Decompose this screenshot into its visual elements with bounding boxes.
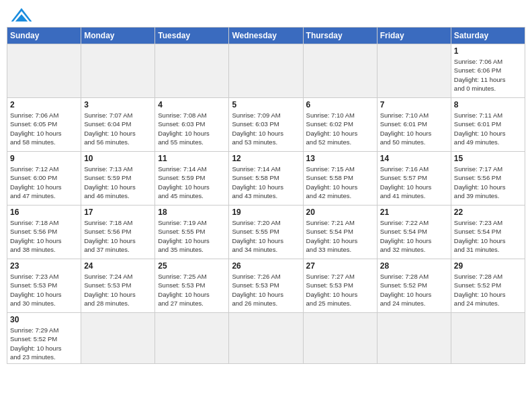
calendar-cell xyxy=(155,313,229,364)
calendar-cell xyxy=(81,313,155,364)
day-number: 19 xyxy=(232,208,300,217)
day-number: 11 xyxy=(158,154,226,163)
calendar-cell: 25Sunrise: 7:25 AM Sunset: 5:53 PM Dayli… xyxy=(155,259,229,313)
day-header-sunday: Sunday xyxy=(7,28,81,44)
week-row-4: 16Sunrise: 7:18 AM Sunset: 5:56 PM Dayli… xyxy=(7,205,525,259)
calendar-cell xyxy=(7,44,81,98)
calendar-cell: 15Sunrise: 7:17 AM Sunset: 5:56 PM Dayli… xyxy=(451,152,525,205)
day-number: 15 xyxy=(454,154,522,163)
week-row-5: 23Sunrise: 7:23 AM Sunset: 5:53 PM Dayli… xyxy=(7,259,525,313)
day-info: Sunrise: 7:23 AM Sunset: 5:54 PM Dayligh… xyxy=(454,218,522,254)
day-number: 25 xyxy=(158,261,226,271)
day-info: Sunrise: 7:06 AM Sunset: 6:06 PM Dayligh… xyxy=(454,57,522,93)
day-info: Sunrise: 7:13 AM Sunset: 5:59 PM Dayligh… xyxy=(84,165,152,200)
day-number: 23 xyxy=(10,261,78,271)
week-row-2: 2Sunrise: 7:06 AM Sunset: 6:05 PM Daylig… xyxy=(7,98,525,152)
calendar-cell xyxy=(377,313,451,364)
day-number: 27 xyxy=(306,261,374,271)
calendar-cell xyxy=(229,313,303,364)
day-header-saturday: Saturday xyxy=(451,28,525,44)
day-number: 3 xyxy=(84,100,152,109)
calendar-cell xyxy=(377,44,451,98)
calendar-cell: 17Sunrise: 7:18 AM Sunset: 5:56 PM Dayli… xyxy=(81,205,155,259)
day-info: Sunrise: 7:23 AM Sunset: 5:53 PM Dayligh… xyxy=(10,272,78,308)
calendar-cell xyxy=(81,44,155,98)
day-header-tuesday: Tuesday xyxy=(155,28,229,44)
calendar-cell: 16Sunrise: 7:18 AM Sunset: 5:56 PM Dayli… xyxy=(7,205,81,259)
week-row-3: 9Sunrise: 7:12 AM Sunset: 6:00 PM Daylig… xyxy=(7,152,525,205)
days-header-row: SundayMondayTuesdayWednesdayThursdayFrid… xyxy=(7,28,525,44)
calendar-cell: 7Sunrise: 7:10 AM Sunset: 6:01 PM Daylig… xyxy=(377,98,451,152)
day-number: 13 xyxy=(306,154,374,163)
day-number: 26 xyxy=(232,261,300,271)
day-number: 1 xyxy=(454,46,522,56)
calendar-cell: 9Sunrise: 7:12 AM Sunset: 6:00 PM Daylig… xyxy=(7,152,81,205)
day-number: 12 xyxy=(232,154,300,163)
day-info: Sunrise: 7:19 AM Sunset: 5:55 PM Dayligh… xyxy=(158,218,226,254)
day-number: 16 xyxy=(10,208,78,217)
day-number: 8 xyxy=(454,100,522,109)
day-info: Sunrise: 7:14 AM Sunset: 5:58 PM Dayligh… xyxy=(232,165,300,200)
calendar-cell: 1Sunrise: 7:06 AM Sunset: 6:06 PM Daylig… xyxy=(451,44,525,98)
day-number: 7 xyxy=(380,100,448,109)
calendar-cell: 23Sunrise: 7:23 AM Sunset: 5:53 PM Dayli… xyxy=(7,259,81,313)
day-info: Sunrise: 7:08 AM Sunset: 6:03 PM Dayligh… xyxy=(158,111,226,146)
day-header-wednesday: Wednesday xyxy=(229,28,303,44)
day-number: 24 xyxy=(84,261,152,271)
day-number: 30 xyxy=(10,315,78,324)
calendar-cell: 24Sunrise: 7:24 AM Sunset: 5:53 PM Dayli… xyxy=(81,259,155,313)
calendar-cell: 30Sunrise: 7:29 AM Sunset: 5:52 PM Dayli… xyxy=(7,313,81,364)
calendar-cell xyxy=(303,313,377,364)
day-number: 18 xyxy=(158,208,226,217)
calendar-cell: 14Sunrise: 7:16 AM Sunset: 5:57 PM Dayli… xyxy=(377,152,451,205)
calendar-cell xyxy=(303,44,377,98)
day-number: 2 xyxy=(10,100,78,109)
day-info: Sunrise: 7:09 AM Sunset: 6:03 PM Dayligh… xyxy=(232,111,300,146)
day-number: 28 xyxy=(380,261,448,271)
day-info: Sunrise: 7:16 AM Sunset: 5:57 PM Dayligh… xyxy=(380,165,448,200)
day-info: Sunrise: 7:07 AM Sunset: 6:04 PM Dayligh… xyxy=(84,111,152,146)
calendar-cell: 12Sunrise: 7:14 AM Sunset: 5:58 PM Dayli… xyxy=(229,152,303,205)
day-info: Sunrise: 7:22 AM Sunset: 5:54 PM Dayligh… xyxy=(380,218,448,254)
calendar-cell xyxy=(229,44,303,98)
page-header xyxy=(7,7,525,21)
day-info: Sunrise: 7:11 AM Sunset: 6:01 PM Dayligh… xyxy=(454,111,522,146)
day-number: 6 xyxy=(306,100,374,109)
calendar-cell: 28Sunrise: 7:28 AM Sunset: 5:52 PM Dayli… xyxy=(377,259,451,313)
day-info: Sunrise: 7:21 AM Sunset: 5:54 PM Dayligh… xyxy=(306,218,374,254)
day-info: Sunrise: 7:12 AM Sunset: 6:00 PM Dayligh… xyxy=(10,165,78,200)
day-number: 4 xyxy=(158,100,226,109)
day-number: 20 xyxy=(306,208,374,217)
day-number: 29 xyxy=(454,261,522,271)
calendar-cell: 11Sunrise: 7:14 AM Sunset: 5:59 PM Dayli… xyxy=(155,152,229,205)
day-header-thursday: Thursday xyxy=(303,28,377,44)
day-info: Sunrise: 7:28 AM Sunset: 5:52 PM Dayligh… xyxy=(454,272,522,308)
calendar-cell: 21Sunrise: 7:22 AM Sunset: 5:54 PM Dayli… xyxy=(377,205,451,259)
calendar-cell xyxy=(451,313,525,364)
week-row-6: 30Sunrise: 7:29 AM Sunset: 5:52 PM Dayli… xyxy=(7,313,525,364)
day-info: Sunrise: 7:24 AM Sunset: 5:53 PM Dayligh… xyxy=(84,272,152,308)
day-info: Sunrise: 7:27 AM Sunset: 5:53 PM Dayligh… xyxy=(306,272,374,308)
calendar-table: SundayMondayTuesdayWednesdayThursdayFrid… xyxy=(7,27,525,364)
calendar-cell: 13Sunrise: 7:15 AM Sunset: 5:58 PM Dayli… xyxy=(303,152,377,205)
day-info: Sunrise: 7:18 AM Sunset: 5:56 PM Dayligh… xyxy=(84,218,152,254)
day-number: 5 xyxy=(232,100,300,109)
calendar-cell: 20Sunrise: 7:21 AM Sunset: 5:54 PM Dayli… xyxy=(303,205,377,259)
day-header-friday: Friday xyxy=(377,28,451,44)
calendar-cell: 29Sunrise: 7:28 AM Sunset: 5:52 PM Dayli… xyxy=(451,259,525,313)
day-number: 9 xyxy=(10,154,78,163)
day-info: Sunrise: 7:17 AM Sunset: 5:56 PM Dayligh… xyxy=(454,165,522,200)
calendar-cell: 26Sunrise: 7:26 AM Sunset: 5:53 PM Dayli… xyxy=(229,259,303,313)
day-info: Sunrise: 7:26 AM Sunset: 5:53 PM Dayligh… xyxy=(232,272,300,308)
logo xyxy=(9,7,32,21)
day-number: 22 xyxy=(454,208,522,217)
day-info: Sunrise: 7:14 AM Sunset: 5:59 PM Dayligh… xyxy=(158,165,226,200)
calendar-cell: 8Sunrise: 7:11 AM Sunset: 6:01 PM Daylig… xyxy=(451,98,525,152)
calendar-cell: 27Sunrise: 7:27 AM Sunset: 5:53 PM Dayli… xyxy=(303,259,377,313)
day-info: Sunrise: 7:20 AM Sunset: 5:55 PM Dayligh… xyxy=(232,218,300,254)
day-number: 21 xyxy=(380,208,448,217)
day-info: Sunrise: 7:18 AM Sunset: 5:56 PM Dayligh… xyxy=(10,218,78,254)
day-header-monday: Monday xyxy=(81,28,155,44)
calendar-cell: 5Sunrise: 7:09 AM Sunset: 6:03 PM Daylig… xyxy=(229,98,303,152)
day-info: Sunrise: 7:29 AM Sunset: 5:52 PM Dayligh… xyxy=(10,326,78,361)
